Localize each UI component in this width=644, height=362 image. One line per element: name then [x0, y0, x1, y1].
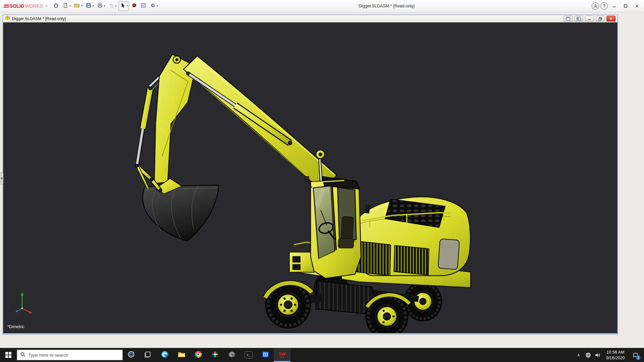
app-maximize-button[interactable]: [621, 1, 631, 11]
taskbar-item-terminal[interactable]: >_: [240, 348, 257, 362]
excavator-body: [289, 177, 471, 288]
home-button[interactable]: [52, 1, 60, 11]
view-orientation-label: *Dimetric: [7, 324, 24, 329]
help-icon[interactable]: ?: [600, 2, 608, 10]
design-table-button[interactable]: [139, 1, 148, 11]
new-window-button[interactable]: [564, 16, 573, 21]
movies-tv-icon: [262, 351, 269, 360]
dropdown-caret-icon[interactable]: ▾: [157, 5, 158, 7]
dropdown-caret-icon[interactable]: ▾: [126, 5, 128, 7]
document-window-controls: [564, 16, 615, 21]
solidworks-desktop: 3S SOLID WORKS › ▾ ▾ ▾ ▾: [0, 0, 644, 362]
document-titlebar: Digger.SLDASM * [Read-only]: [3, 15, 618, 22]
open-button[interactable]: ▾: [72, 1, 84, 11]
dropdown-caret-icon[interactable]: ▾: [69, 5, 70, 7]
new-document-icon: [62, 2, 68, 10]
select-tool-button[interactable]: ▾: [118, 1, 129, 11]
volume-icon[interactable]: [593, 348, 602, 362]
collapse-arrow-icon: [1, 177, 2, 180]
start-button[interactable]: [0, 348, 17, 362]
options-button[interactable]: ▾: [149, 1, 159, 11]
dropdown-caret-icon[interactable]: ▾: [81, 5, 82, 7]
taskbar-item-cortana[interactable]: [123, 348, 140, 362]
solidworks-2020-icon: SW 2020: [279, 352, 285, 359]
file-explorer-icon: [177, 350, 186, 360]
dropdown-caret-icon[interactable]: ▾: [104, 5, 105, 7]
action-center-button[interactable]: 2: [629, 348, 642, 362]
options-gear-icon: [150, 2, 156, 10]
taskbar-item-photos[interactable]: [207, 348, 223, 362]
clock-date: 9/16/2020: [602, 355, 629, 361]
doc-restore-button[interactable]: [596, 16, 605, 21]
terminal-icon: >_: [245, 351, 253, 359]
solidworks-logo: 3S SOLID WORKS: [0, 3, 43, 9]
save-button[interactable]: ▾: [84, 1, 95, 11]
dassault-logo-icon: 3S: [3, 3, 9, 9]
taskbar-item-file-explorer[interactable]: [173, 348, 190, 362]
app-close-button[interactable]: [632, 1, 642, 11]
print-button[interactable]: ▾: [96, 1, 106, 11]
user-account-icon[interactable]: [592, 2, 599, 10]
undo-button[interactable]: ▾: [107, 1, 118, 11]
taskbar-item-chrome[interactable]: [190, 348, 207, 362]
dropdown-caret-icon[interactable]: ▾: [115, 5, 116, 7]
excavator-arm: [135, 54, 337, 241]
reference-triad: [12, 291, 36, 318]
taskbar-item-cube-app[interactable]: [223, 348, 240, 362]
network-icon[interactable]: [583, 348, 593, 362]
undo-icon: [108, 2, 114, 10]
split-window-button[interactable]: [574, 16, 583, 21]
save-icon: [86, 2, 92, 10]
doc-minimize-button[interactable]: [585, 16, 594, 21]
taskbar-item-task-view[interactable]: [140, 348, 156, 362]
document-window: Digger.SLDASM * [Read-only]: [3, 15, 618, 335]
viewport-3d[interactable]: *Dimetric: [3, 22, 618, 334]
taskbar-item-movies-tv[interactable]: [257, 348, 274, 362]
taskbar-clock[interactable]: 10:56 AM 9/16/2020: [602, 349, 629, 361]
search-input[interactable]: [28, 353, 119, 358]
app-titlebar: 3S SOLID WORKS › ▾ ▾ ▾ ▾: [0, 0, 644, 12]
search-icon: [20, 352, 25, 358]
workspace: Digger.SLDASM * [Read-only]: [0, 12, 644, 348]
doc-close-button[interactable]: [606, 16, 615, 21]
taskbar-search[interactable]: [17, 350, 123, 360]
quick-access-toolbar: ▾ ▾ ▾ ▾ ▾ ▾: [52, 0, 159, 12]
feature-manager-flyout-tab[interactable]: [0, 172, 3, 184]
home-icon: [53, 2, 59, 10]
windows-taskbar: >_ SW 2020 ∧ 10:56 AM 9/16/2020: [0, 348, 644, 362]
new-document-button[interactable]: ▾: [61, 1, 72, 11]
record-macro-button[interactable]: [130, 1, 139, 11]
photos-icon: [211, 350, 219, 360]
windows-start-icon: [5, 352, 11, 358]
app-title: Digger.SLDASM * [Read-only]: [188, 0, 585, 12]
select-arrow-icon: [120, 2, 126, 10]
app-minimize-button[interactable]: [609, 1, 619, 11]
notification-badge: 2: [636, 355, 641, 360]
record-macro-icon: [131, 3, 137, 9]
excavator-model: [3, 22, 617, 333]
dropdown-caret-icon[interactable]: ▾: [92, 5, 94, 7]
print-icon: [97, 2, 103, 10]
taskbar-item-edge[interactable]: [156, 348, 173, 362]
system-tray: ∧ 10:56 AM 9/16/2020 2: [574, 348, 644, 362]
edge-icon: [161, 350, 169, 360]
cortana-icon: [127, 350, 135, 360]
open-folder-icon: [74, 2, 80, 10]
hidden-icons-chevron[interactable]: ∧: [574, 348, 583, 362]
design-table-icon: [141, 2, 147, 10]
assembly-document-icon: [5, 15, 10, 22]
toolbar-expand-arrow[interactable]: ›: [46, 3, 47, 8]
app-titlebar-controls: ?: [592, 0, 642, 12]
taskbar-item-solidworks-2020[interactable]: SW 2020: [274, 348, 290, 362]
document-title: Digger.SLDASM * [Read-only]: [12, 16, 66, 21]
clock-time: 10:56 AM: [602, 350, 629, 355]
chrome-icon: [194, 350, 202, 360]
cube-app-icon: [228, 351, 236, 360]
task-view-icon: [144, 351, 152, 359]
